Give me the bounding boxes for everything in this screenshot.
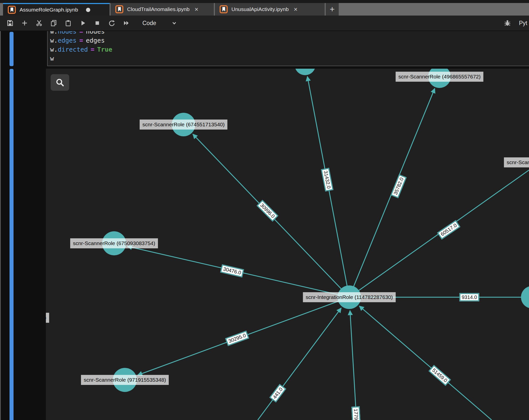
node-right-partial[interactable] — [521, 286, 529, 308]
code-line: w.edges=edges — [50, 36, 529, 45]
graph-widget-canvas[interactable]: scnr-IntegrationRole (114782287630) scnr… — [46, 69, 529, 420]
close-icon[interactable]: × — [195, 6, 198, 13]
code-line: w.nodes=nodes — [50, 31, 529, 36]
save-button[interactable] — [5, 18, 15, 29]
restart-kernel-button[interactable] — [107, 18, 117, 29]
search-icon — [55, 78, 65, 87]
window-top-edge — [0, 0, 529, 3]
cell-type-value: Code — [142, 20, 156, 27]
edge-from-bottom — [350, 310, 357, 420]
kernel-name-label: Pyt — [519, 20, 529, 27]
plus-icon — [21, 19, 28, 27]
code-cell-editor[interactable]: w.nodes=nodes w.edges=edges w.directed=T… — [47, 31, 529, 66]
tab-cloudtrailanomalies[interactable]: CloudTrailAnomalies.ipynb × — [111, 3, 214, 16]
input-collapser-bar[interactable] — [10, 32, 14, 66]
stop-icon — [94, 19, 101, 27]
edge-to-offscreen-upper-right — [349, 159, 529, 297]
node-label-integration-role: scnr-IntegrationRole (114782287630) — [303, 292, 396, 302]
tab-title: CloudTrailAnomalies.ipynb — [127, 6, 190, 12]
tab-title: UnusualApiActivity.ipynb — [231, 6, 289, 12]
edge-weight-label: 17794 — [351, 406, 361, 420]
jupyterlab-window: AssumeRoleGraph.ipynb CloudTrailAnomalie… — [0, 0, 529, 420]
cell-type-select[interactable]: Code — [142, 20, 178, 27]
notebook-panel: w.nodes=nodes w.edges=edges w.directed=T… — [0, 31, 529, 420]
insert-cell-button[interactable] — [20, 18, 30, 29]
run-cell-button[interactable] — [78, 18, 88, 29]
edge-from-bottom-left — [258, 308, 341, 420]
notebook-icon — [8, 6, 16, 14]
new-tab-button[interactable]: + — [326, 3, 339, 16]
run-icon — [79, 19, 86, 27]
interrupt-kernel-button[interactable] — [92, 18, 102, 29]
clipboard-icon — [64, 19, 72, 27]
debugger-button[interactable] — [502, 18, 512, 29]
copy-icon — [50, 19, 57, 27]
chevron-down-icon — [171, 20, 178, 27]
graph-zoom-button[interactable] — [51, 74, 69, 91]
bug-icon — [504, 19, 511, 27]
tab-assumerolegraph[interactable]: AssumeRoleGraph.ipynb — [3, 3, 110, 16]
save-icon — [6, 19, 14, 27]
panel-left-border — [0, 31, 1, 420]
code-line: w — [50, 54, 529, 63]
node-label-scanner-9719: scnr-ScannerRole (971915535348) — [81, 375, 169, 385]
restart-run-all-button[interactable] — [121, 18, 131, 29]
tab-bar: AssumeRoleGraph.ipynb CloudTrailAnomalie… — [0, 3, 529, 16]
node-label-left-partial: ) — [46, 313, 49, 323]
close-icon[interactable]: × — [294, 6, 297, 13]
fast-forward-icon — [123, 19, 130, 27]
restart-icon — [108, 19, 116, 27]
paste-cell-button[interactable] — [63, 18, 73, 29]
notebook-icon — [115, 5, 124, 14]
scissors-icon — [35, 19, 43, 27]
node-label-scanner-6750: scnr-ScannerRole (675093083754) — [70, 238, 158, 248]
copy-cell-button[interactable] — [49, 18, 59, 29]
code-line: w.directed=True — [50, 45, 529, 54]
notebook-icon — [219, 5, 228, 14]
node-label-scanner-6745: scnr-ScannerRole (674551713540) — [140, 120, 227, 130]
toolbar-right-group: Pyt — [502, 18, 529, 29]
output-collapser-bar[interactable] — [10, 69, 14, 420]
node-label-right-partial: scnr-Scan — [504, 157, 529, 167]
notebook-toolbar: Code Pyt — [0, 16, 529, 31]
edge-weight-label: 9314.0 — [459, 293, 479, 301]
tab-unusualapiactivity[interactable]: UnusualApiActivity.ipynb × — [215, 3, 325, 16]
tab-title: AssumeRoleGraph.ipynb — [20, 7, 78, 13]
cut-cell-button[interactable] — [34, 18, 44, 29]
edge-from-bottom-right — [359, 306, 492, 420]
node-top-partial[interactable] — [295, 69, 316, 75]
node-label-scanner-4968: scnr-ScannerRole (496865557672) — [396, 72, 483, 82]
plus-icon: + — [330, 5, 335, 13]
unsaved-dot-icon[interactable] — [86, 8, 90, 12]
